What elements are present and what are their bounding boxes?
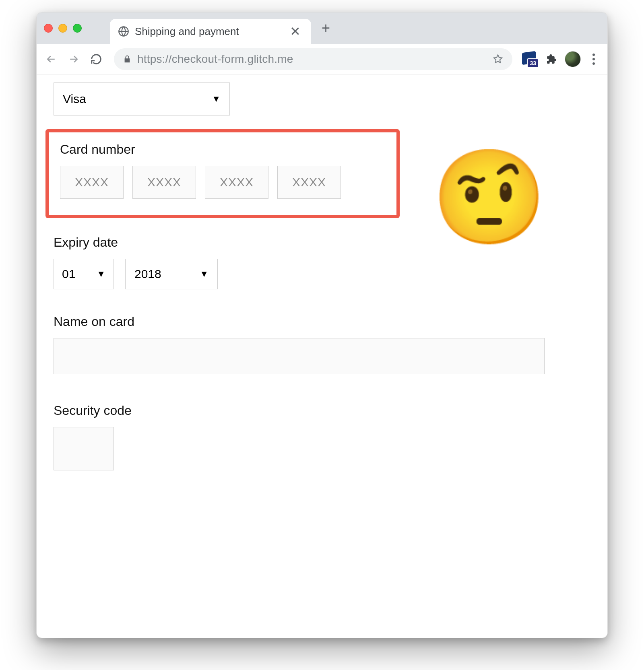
extension-badge[interactable]: 33 — [521, 51, 537, 67]
raised-eyebrow-emoji: 🤨 — [431, 151, 547, 243]
toolbar: https://checkout-form.glitch.me 33 — [37, 44, 607, 74]
card-type-value: Visa — [63, 92, 86, 106]
new-tab-button[interactable]: + — [322, 20, 330, 37]
forward-button[interactable] — [65, 50, 83, 68]
menu-button[interactable] — [586, 54, 602, 65]
card-number-segments: XXXX XXXX XXXX XXXX — [60, 166, 385, 199]
url-text: https://checkout-form.glitch.me — [137, 53, 293, 66]
security-code-label: Security code — [54, 403, 591, 418]
card-segment-2[interactable]: XXXX — [132, 166, 196, 199]
tab-title: Shipping and payment — [135, 25, 282, 38]
expiry-year-select[interactable]: 2018 ▼ — [125, 259, 218, 289]
card-segment-4[interactable]: XXXX — [277, 166, 341, 199]
lock-icon — [123, 55, 132, 64]
browser-window: Shipping and payment ✕ + https://checkou… — [36, 12, 608, 638]
name-on-card-input[interactable] — [54, 338, 545, 374]
window-controls — [44, 24, 82, 33]
security-code-input[interactable] — [54, 427, 114, 470]
minimize-window-button[interactable] — [58, 24, 67, 33]
extension-count: 33 — [527, 58, 539, 68]
name-on-card-label: Name on card — [54, 314, 591, 329]
expiry-month-select[interactable]: 01 ▼ — [54, 259, 114, 289]
card-segment-3[interactable]: XXXX — [205, 166, 268, 199]
arrow-right-icon — [68, 53, 80, 65]
address-bar[interactable]: https://checkout-form.glitch.me — [114, 48, 512, 70]
name-block: Name on card — [54, 314, 591, 374]
card-number-label: Card number — [60, 142, 385, 157]
reload-button[interactable] — [87, 50, 105, 68]
maximize-window-button[interactable] — [73, 24, 82, 33]
globe-icon — [118, 26, 129, 37]
puzzle-icon — [545, 53, 557, 65]
page-content: Visa ▼ Card number XXXX XXXX XXXX XXXX 🤨… — [37, 74, 607, 638]
chevron-down-icon: ▼ — [200, 269, 208, 279]
reload-icon — [90, 53, 102, 65]
bookmark-star-icon[interactable] — [492, 54, 504, 65]
expiry-month-value: 01 — [62, 267, 75, 281]
card-type-select[interactable]: Visa ▼ — [54, 82, 230, 115]
profile-avatar[interactable] — [565, 51, 581, 67]
extensions-button[interactable] — [542, 50, 560, 68]
card-segment-1[interactable]: XXXX — [60, 166, 124, 199]
card-number-highlight: Card number XXXX XXXX XXXX XXXX — [45, 129, 400, 218]
chevron-down-icon: ▼ — [212, 94, 221, 104]
close-window-button[interactable] — [44, 24, 53, 33]
expiry-year-value: 2018 — [134, 267, 161, 281]
close-tab-button[interactable]: ✕ — [287, 25, 303, 38]
security-block: Security code — [54, 403, 591, 470]
browser-tab[interactable]: Shipping and payment ✕ — [110, 19, 311, 44]
back-button[interactable] — [42, 50, 60, 68]
titlebar: Shipping and payment ✕ + — [37, 12, 607, 44]
arrow-left-icon — [45, 53, 57, 65]
chevron-down-icon: ▼ — [97, 269, 105, 279]
